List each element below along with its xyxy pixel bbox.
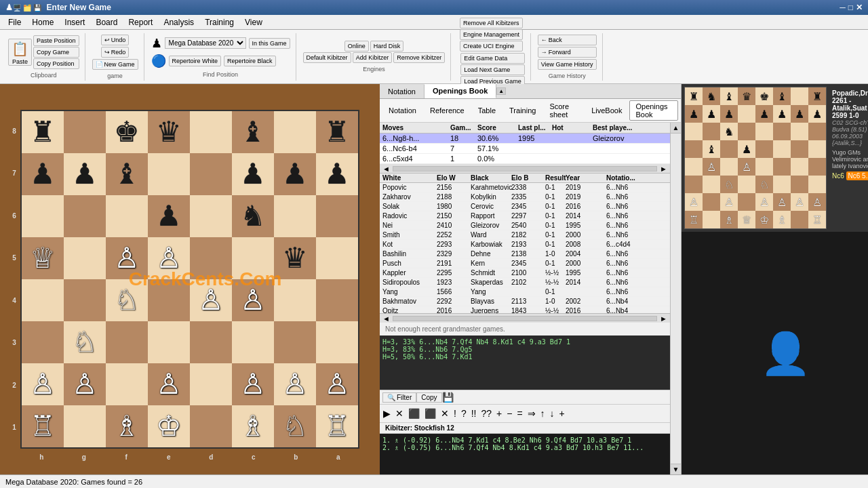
q-q-button[interactable]: ?? bbox=[479, 407, 494, 420]
square-7-3[interactable]: ♔ bbox=[148, 405, 190, 447]
sub-tab-table[interactable]: Table bbox=[472, 104, 502, 117]
menu-item-report[interactable]: Report bbox=[123, 16, 158, 28]
square-2-3[interactable]: ♟ bbox=[148, 195, 190, 237]
sub-tab-livebook[interactable]: LiveBook bbox=[585, 104, 628, 117]
plus2-button[interactable]: + bbox=[557, 407, 567, 420]
in-this-game-button[interactable]: In this Game bbox=[249, 38, 290, 49]
square-4-0[interactable] bbox=[22, 279, 64, 321]
square-6-0[interactable]: ♙ bbox=[22, 363, 64, 405]
arrow-button[interactable]: ⇒ bbox=[526, 407, 538, 420]
square-0-3[interactable]: ♛ bbox=[148, 111, 190, 153]
square-7-1[interactable] bbox=[64, 405, 106, 447]
square-1-7[interactable]: ♟ bbox=[316, 153, 358, 195]
menu-item-view[interactable]: View bbox=[239, 16, 268, 28]
square-6-3[interactable]: ♙ bbox=[148, 363, 190, 405]
square-4-7[interactable] bbox=[316, 279, 358, 321]
square-5-6[interactable] bbox=[274, 321, 316, 363]
h-scroll[interactable]: ◄ ► bbox=[380, 164, 670, 174]
opening-row-0[interactable]: 6...Ng8-h... 18 30.6% 1995 Gleizorov bbox=[380, 134, 670, 144]
menu-item-file[interactable]: File bbox=[3, 16, 26, 28]
menu-item-home[interactable]: Home bbox=[26, 16, 59, 28]
square-7-2[interactable]: ♗ bbox=[106, 405, 148, 447]
square-7-5[interactable]: ♗ bbox=[232, 405, 274, 447]
chess-board[interactable]: ♜♚♛♝♜♟♟♝♟♟♟♟♞♕♙♙♛♘♙♙♘♙♙♙♙♙♙♖♗♔♗♘♖ bbox=[20, 110, 359, 449]
sub-tab-openings-book[interactable]: Openings Book bbox=[629, 100, 678, 121]
square-4-4[interactable]: ♙ bbox=[190, 279, 232, 321]
square-3-5[interactable] bbox=[232, 237, 274, 279]
paste-button[interactable]: 📋 Paste bbox=[8, 39, 32, 66]
square-3-3[interactable]: ♙ bbox=[148, 237, 190, 279]
add-kibitzer-button[interactable]: Add Kibitzer bbox=[353, 52, 393, 63]
square-6-6[interactable]: ♙ bbox=[274, 363, 316, 405]
paste-position-button[interactable]: Paste Position bbox=[33, 35, 79, 46]
default-kibitzer-button[interactable]: Default Kibitzer bbox=[303, 52, 351, 63]
game-row-11[interactable]: Yang 1566 Yang 0-1 6...Nh6 bbox=[380, 287, 670, 297]
square-0-2[interactable]: ♚ bbox=[106, 111, 148, 153]
game-row-10[interactable]: Sidiropoulos 1923 Skaperdas 2102 ½-½ 201… bbox=[380, 278, 670, 287]
game-row-7[interactable]: Bashilin 2329 Dehne 2138 1-0 2004 6...Nh… bbox=[380, 249, 670, 259]
opening-row-1[interactable]: 6...Nc6-b4 7 57.1% bbox=[380, 144, 670, 154]
game-row-9[interactable]: Kappler 2295 Schmidt 2100 ½-½ 1995 6...N… bbox=[380, 268, 670, 278]
excl-excl-button[interactable]: !! bbox=[469, 407, 479, 420]
square-1-5[interactable]: ♟ bbox=[232, 153, 274, 195]
game-row-4[interactable]: Nei 2410 Gleizorov 2540 0-1 1995 6...Nh6 bbox=[380, 221, 670, 230]
square-5-4[interactable] bbox=[190, 321, 232, 363]
game-row-6[interactable]: Kot 2293 Karbowiak 2193 0-1 2008 6...c4d… bbox=[380, 240, 670, 249]
forward-button[interactable]: → Forward bbox=[538, 47, 597, 58]
game-row-8[interactable]: Pusch 2191 Kern 2345 0-1 2000 6...Nh6 bbox=[380, 259, 670, 268]
square-1-0[interactable]: ♟ bbox=[22, 153, 64, 195]
stop-button[interactable]: ✕ bbox=[393, 407, 406, 420]
play-button[interactable]: ▶ bbox=[381, 407, 393, 420]
redo-button[interactable]: ↪ Redo bbox=[101, 47, 130, 58]
up-button[interactable]: ↑ bbox=[538, 407, 547, 420]
square-1-1[interactable]: ♟ bbox=[64, 153, 106, 195]
opening-row-2[interactable]: 6...c5xd4 1 0.0% bbox=[380, 154, 670, 164]
square-3-4[interactable] bbox=[190, 237, 232, 279]
square-5-3[interactable] bbox=[148, 321, 190, 363]
repertoire-black-button[interactable]: Repertoire Black bbox=[224, 56, 276, 66]
copy-position-button[interactable]: Copy Position bbox=[33, 58, 79, 69]
square-2-2[interactable] bbox=[106, 195, 148, 237]
q-button[interactable]: ? bbox=[459, 407, 469, 420]
square-1-6[interactable]: ♟ bbox=[274, 153, 316, 195]
square-1-3[interactable] bbox=[148, 153, 190, 195]
repertoire-white-button[interactable]: Repertoire White bbox=[169, 56, 222, 66]
scroll-track[interactable] bbox=[671, 134, 681, 464]
square-6-4[interactable] bbox=[190, 363, 232, 405]
game-row-12[interactable]: Bakhmatov 2292 Blayvas 2113 1-0 2002 6..… bbox=[380, 297, 670, 306]
sub-tab-training[interactable]: Training bbox=[503, 104, 542, 117]
square-4-1[interactable] bbox=[64, 279, 106, 321]
square-0-6[interactable] bbox=[274, 111, 316, 153]
square-2-7[interactable] bbox=[316, 195, 358, 237]
remove-all-kibitzers-button[interactable]: Remove All Kibitzers bbox=[460, 18, 523, 28]
square-4-3[interactable] bbox=[148, 279, 190, 321]
tab-notation[interactable]: Notation bbox=[380, 85, 425, 98]
square-3-0[interactable]: ♕ bbox=[22, 237, 64, 279]
window-controls[interactable]: ─ □ ✕ bbox=[840, 3, 863, 12]
menu-item-analysis[interactable]: Analysis bbox=[158, 16, 199, 28]
excl-button[interactable]: ! bbox=[452, 407, 458, 420]
online-button[interactable]: Online bbox=[344, 41, 369, 52]
scroll-down[interactable]: ▼ bbox=[671, 464, 681, 474]
game-row-2[interactable]: Solak 1980 Cerovic 2345 0-1 2016 6...Nh6 bbox=[380, 202, 670, 211]
flip2-button[interactable]: ⬛ bbox=[422, 407, 438, 420]
sub-tab-reference[interactable]: Reference bbox=[424, 104, 471, 117]
square-0-7[interactable]: ♜ bbox=[316, 111, 358, 153]
square-1-2[interactable]: ♝ bbox=[106, 153, 148, 195]
hard-disk-button[interactable]: Hard Disk bbox=[370, 41, 404, 52]
create-uci-engine-button[interactable]: Create UCI Engine bbox=[460, 41, 523, 52]
square-5-0[interactable] bbox=[22, 321, 64, 363]
square-0-4[interactable] bbox=[190, 111, 232, 153]
square-1-4[interactable] bbox=[190, 153, 232, 195]
back-button[interactable]: ← Back bbox=[538, 35, 597, 45]
square-5-1[interactable]: ♘ bbox=[64, 321, 106, 363]
database-select[interactable]: Mega Database 2020 bbox=[165, 37, 246, 49]
square-6-2[interactable] bbox=[106, 363, 148, 405]
sub-tab-score-sheet[interactable]: Score sheet bbox=[543, 100, 584, 121]
disk-icon[interactable]: 💾 bbox=[442, 392, 454, 403]
square-2-1[interactable] bbox=[64, 195, 106, 237]
collapse-button[interactable]: ▲ bbox=[496, 87, 506, 95]
square-5-2[interactable] bbox=[106, 321, 148, 363]
square-2-4[interactable] bbox=[190, 195, 232, 237]
sub-tab-notation[interactable]: Notation bbox=[382, 104, 422, 117]
